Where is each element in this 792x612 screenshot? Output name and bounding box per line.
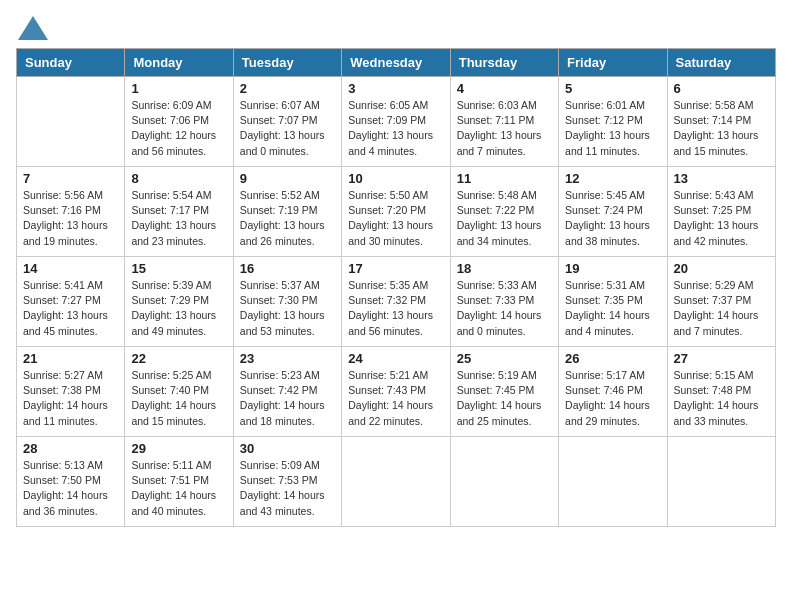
day-number: 5 <box>565 81 660 96</box>
day-info: Sunrise: 5:23 AM Sunset: 7:42 PM Dayligh… <box>240 368 335 429</box>
calendar-cell: 19Sunrise: 5:31 AM Sunset: 7:35 PM Dayli… <box>559 257 667 347</box>
day-number: 7 <box>23 171 118 186</box>
day-info: Sunrise: 5:54 AM Sunset: 7:17 PM Dayligh… <box>131 188 226 249</box>
day-number: 6 <box>674 81 769 96</box>
day-info: Sunrise: 6:05 AM Sunset: 7:09 PM Dayligh… <box>348 98 443 159</box>
calendar-cell: 13Sunrise: 5:43 AM Sunset: 7:25 PM Dayli… <box>667 167 775 257</box>
day-info: Sunrise: 5:09 AM Sunset: 7:53 PM Dayligh… <box>240 458 335 519</box>
weekday-header-monday: Monday <box>125 49 233 77</box>
day-info: Sunrise: 5:43 AM Sunset: 7:25 PM Dayligh… <box>674 188 769 249</box>
calendar-cell: 4Sunrise: 6:03 AM Sunset: 7:11 PM Daylig… <box>450 77 558 167</box>
calendar-cell: 25Sunrise: 5:19 AM Sunset: 7:45 PM Dayli… <box>450 347 558 437</box>
calendar-cell: 30Sunrise: 5:09 AM Sunset: 7:53 PM Dayli… <box>233 437 341 527</box>
day-number: 19 <box>565 261 660 276</box>
day-number: 8 <box>131 171 226 186</box>
calendar-cell: 16Sunrise: 5:37 AM Sunset: 7:30 PM Dayli… <box>233 257 341 347</box>
calendar-cell: 28Sunrise: 5:13 AM Sunset: 7:50 PM Dayli… <box>17 437 125 527</box>
day-info: Sunrise: 5:11 AM Sunset: 7:51 PM Dayligh… <box>131 458 226 519</box>
calendar-cell: 18Sunrise: 5:33 AM Sunset: 7:33 PM Dayli… <box>450 257 558 347</box>
calendar-cell: 27Sunrise: 5:15 AM Sunset: 7:48 PM Dayli… <box>667 347 775 437</box>
calendar-cell: 29Sunrise: 5:11 AM Sunset: 7:51 PM Dayli… <box>125 437 233 527</box>
calendar-cell: 24Sunrise: 5:21 AM Sunset: 7:43 PM Dayli… <box>342 347 450 437</box>
calendar-cell <box>450 437 558 527</box>
day-number: 22 <box>131 351 226 366</box>
day-number: 29 <box>131 441 226 456</box>
calendar-cell: 9Sunrise: 5:52 AM Sunset: 7:19 PM Daylig… <box>233 167 341 257</box>
day-info: Sunrise: 5:35 AM Sunset: 7:32 PM Dayligh… <box>348 278 443 339</box>
day-info: Sunrise: 5:50 AM Sunset: 7:20 PM Dayligh… <box>348 188 443 249</box>
day-info: Sunrise: 5:56 AM Sunset: 7:16 PM Dayligh… <box>23 188 118 249</box>
calendar-cell: 5Sunrise: 6:01 AM Sunset: 7:12 PM Daylig… <box>559 77 667 167</box>
calendar-week-row: 1Sunrise: 6:09 AM Sunset: 7:06 PM Daylig… <box>17 77 776 167</box>
day-info: Sunrise: 5:45 AM Sunset: 7:24 PM Dayligh… <box>565 188 660 249</box>
calendar-cell: 11Sunrise: 5:48 AM Sunset: 7:22 PM Dayli… <box>450 167 558 257</box>
day-number: 3 <box>348 81 443 96</box>
weekday-header-thursday: Thursday <box>450 49 558 77</box>
weekday-header-tuesday: Tuesday <box>233 49 341 77</box>
calendar-cell: 21Sunrise: 5:27 AM Sunset: 7:38 PM Dayli… <box>17 347 125 437</box>
weekday-header-wednesday: Wednesday <box>342 49 450 77</box>
calendar-week-row: 7Sunrise: 5:56 AM Sunset: 7:16 PM Daylig… <box>17 167 776 257</box>
day-number: 10 <box>348 171 443 186</box>
calendar-cell: 17Sunrise: 5:35 AM Sunset: 7:32 PM Dayli… <box>342 257 450 347</box>
day-number: 17 <box>348 261 443 276</box>
calendar-cell <box>342 437 450 527</box>
day-number: 18 <box>457 261 552 276</box>
day-number: 28 <box>23 441 118 456</box>
day-info: Sunrise: 5:33 AM Sunset: 7:33 PM Dayligh… <box>457 278 552 339</box>
logo <box>16 16 48 40</box>
weekday-header-sunday: Sunday <box>17 49 125 77</box>
day-info: Sunrise: 5:41 AM Sunset: 7:27 PM Dayligh… <box>23 278 118 339</box>
calendar-cell: 23Sunrise: 5:23 AM Sunset: 7:42 PM Dayli… <box>233 347 341 437</box>
calendar-cell: 3Sunrise: 6:05 AM Sunset: 7:09 PM Daylig… <box>342 77 450 167</box>
day-info: Sunrise: 6:09 AM Sunset: 7:06 PM Dayligh… <box>131 98 226 159</box>
day-info: Sunrise: 6:03 AM Sunset: 7:11 PM Dayligh… <box>457 98 552 159</box>
day-number: 24 <box>348 351 443 366</box>
svg-marker-0 <box>18 16 48 40</box>
day-number: 2 <box>240 81 335 96</box>
calendar-cell: 6Sunrise: 5:58 AM Sunset: 7:14 PM Daylig… <box>667 77 775 167</box>
calendar-cell: 20Sunrise: 5:29 AM Sunset: 7:37 PM Dayli… <box>667 257 775 347</box>
calendar-cell <box>17 77 125 167</box>
calendar-week-row: 28Sunrise: 5:13 AM Sunset: 7:50 PM Dayli… <box>17 437 776 527</box>
day-number: 14 <box>23 261 118 276</box>
calendar-cell: 12Sunrise: 5:45 AM Sunset: 7:24 PM Dayli… <box>559 167 667 257</box>
page-header <box>16 16 776 40</box>
day-info: Sunrise: 5:39 AM Sunset: 7:29 PM Dayligh… <box>131 278 226 339</box>
day-number: 4 <box>457 81 552 96</box>
day-info: Sunrise: 5:48 AM Sunset: 7:22 PM Dayligh… <box>457 188 552 249</box>
day-info: Sunrise: 5:27 AM Sunset: 7:38 PM Dayligh… <box>23 368 118 429</box>
day-number: 15 <box>131 261 226 276</box>
day-info: Sunrise: 5:25 AM Sunset: 7:40 PM Dayligh… <box>131 368 226 429</box>
day-info: Sunrise: 5:21 AM Sunset: 7:43 PM Dayligh… <box>348 368 443 429</box>
weekday-header-saturday: Saturday <box>667 49 775 77</box>
calendar-cell: 15Sunrise: 5:39 AM Sunset: 7:29 PM Dayli… <box>125 257 233 347</box>
calendar-cell: 14Sunrise: 5:41 AM Sunset: 7:27 PM Dayli… <box>17 257 125 347</box>
day-number: 30 <box>240 441 335 456</box>
day-number: 21 <box>23 351 118 366</box>
day-number: 25 <box>457 351 552 366</box>
day-number: 16 <box>240 261 335 276</box>
day-number: 26 <box>565 351 660 366</box>
calendar-week-row: 21Sunrise: 5:27 AM Sunset: 7:38 PM Dayli… <box>17 347 776 437</box>
calendar-table: SundayMondayTuesdayWednesdayThursdayFrid… <box>16 48 776 527</box>
day-info: Sunrise: 5:37 AM Sunset: 7:30 PM Dayligh… <box>240 278 335 339</box>
calendar-cell: 8Sunrise: 5:54 AM Sunset: 7:17 PM Daylig… <box>125 167 233 257</box>
day-info: Sunrise: 5:15 AM Sunset: 7:48 PM Dayligh… <box>674 368 769 429</box>
day-info: Sunrise: 6:07 AM Sunset: 7:07 PM Dayligh… <box>240 98 335 159</box>
weekday-header-row: SundayMondayTuesdayWednesdayThursdayFrid… <box>17 49 776 77</box>
day-number: 9 <box>240 171 335 186</box>
day-info: Sunrise: 5:17 AM Sunset: 7:46 PM Dayligh… <box>565 368 660 429</box>
logo-icon <box>18 16 48 40</box>
calendar-cell: 10Sunrise: 5:50 AM Sunset: 7:20 PM Dayli… <box>342 167 450 257</box>
calendar-cell: 26Sunrise: 5:17 AM Sunset: 7:46 PM Dayli… <box>559 347 667 437</box>
calendar-cell: 2Sunrise: 6:07 AM Sunset: 7:07 PM Daylig… <box>233 77 341 167</box>
day-number: 27 <box>674 351 769 366</box>
calendar-cell: 1Sunrise: 6:09 AM Sunset: 7:06 PM Daylig… <box>125 77 233 167</box>
weekday-header-friday: Friday <box>559 49 667 77</box>
day-info: Sunrise: 5:58 AM Sunset: 7:14 PM Dayligh… <box>674 98 769 159</box>
calendar-cell <box>559 437 667 527</box>
day-number: 13 <box>674 171 769 186</box>
day-info: Sunrise: 5:52 AM Sunset: 7:19 PM Dayligh… <box>240 188 335 249</box>
day-number: 23 <box>240 351 335 366</box>
